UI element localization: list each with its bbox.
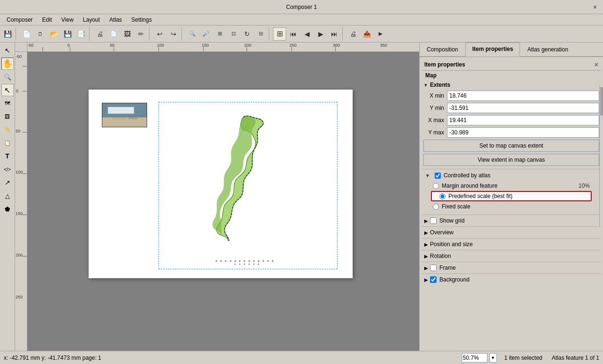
margin-feature-radio[interactable] — [433, 183, 439, 189]
svg-text:+: + — [262, 259, 264, 264]
svg-text:+: + — [248, 259, 250, 264]
menu-atlas[interactable]: Atlas — [105, 16, 127, 24]
select-tool[interactable]: ↖ — [1, 44, 14, 57]
atlas-extra-button[interactable]: ▶ — [374, 27, 387, 41]
toolbar-separator-2 — [89, 27, 92, 41]
scrollbar-thumb[interactable] — [600, 87, 603, 116]
map-svg: + + + + + + ++ ++ ++ ++ ++ ++ — [159, 102, 337, 269]
refresh-button[interactable]: ↻ — [240, 27, 254, 41]
export-pdf-button[interactable]: 📄 — [107, 27, 120, 41]
svg-text:+: + — [215, 259, 217, 264]
scrollbar-track[interactable] — [599, 85, 603, 226]
predefined-scale-radio[interactable] — [439, 193, 446, 199]
zoom-map-button[interactable]: ⊟ — [254, 27, 267, 41]
atlas-next-button[interactable]: ▶ — [314, 27, 327, 41]
show-grid-row[interactable]: ▶ Show grid — [421, 215, 601, 226]
xmin-input[interactable] — [447, 91, 599, 101]
set-extent-button[interactable]: Set to map canvas extent — [423, 140, 599, 152]
background-row[interactable]: ▶ Background — [421, 273, 601, 285]
add-node-tool[interactable]: ⬟ — [1, 203, 14, 215]
atlas-export-button[interactable]: 📤 — [360, 27, 373, 41]
open-button[interactable]: 📂 — [47, 27, 60, 41]
save-button[interactable]: 💾 — [1, 27, 14, 41]
window-title: Composer 1 — [286, 4, 317, 10]
zoom-dropdown-button[interactable]: ▼ — [489, 353, 497, 363]
selected-info: 1 item selected — [504, 355, 543, 361]
add-text-tool[interactable]: T — [1, 150, 14, 162]
statusbar: x: -42.791 mm y: -41.7473 mm page: 1 ▼ 1… — [0, 351, 603, 364]
frame-checkbox[interactable] — [430, 265, 437, 271]
ymax-label: Y max — [423, 129, 447, 136]
menu-edit[interactable]: Edit — [37, 16, 57, 24]
overview-arrow-icon: ▶ — [424, 230, 428, 235]
item-properties-close[interactable]: × — [595, 61, 598, 68]
atlas-print-button[interactable]: 🖨 — [347, 27, 360, 41]
zoom-input[interactable] — [462, 353, 487, 363]
atlas-last-button[interactable]: ⏭ — [328, 27, 341, 41]
ruler-left: -50 0 50 100 150 200 250 — [15, 52, 27, 351]
atlas-first-button[interactable]: ⏮ — [287, 27, 300, 41]
add-shape-tool[interactable]: △ — [1, 190, 14, 202]
zoom-tool[interactable]: 🔍 — [1, 71, 14, 83]
coordinates-display: x: -42.791 mm y: -41.7473 mm page: 1 — [4, 355, 462, 361]
controlled-by-atlas-checkbox[interactable] — [435, 173, 441, 179]
pan-tool[interactable]: ✋ — [1, 58, 14, 70]
menu-layout[interactable]: Layout — [78, 16, 105, 24]
view-extent-button[interactable]: View extent in map canvas — [423, 154, 599, 166]
add-html-tool[interactable]: </> — [1, 163, 14, 175]
add-scalebar-tool[interactable]: 📏 — [1, 124, 14, 136]
zoom-selection-button[interactable]: ⊡ — [227, 27, 240, 41]
zoom-page-button[interactable]: ⊞ — [213, 27, 226, 41]
new-button[interactable]: 📄 — [20, 27, 33, 41]
position-size-row[interactable]: ▶ Position and size — [421, 238, 601, 250]
add-legend-tool[interactable]: 📋 — [1, 137, 14, 149]
rotation-arrow-icon: ▶ — [424, 254, 428, 259]
tab-composition[interactable]: Composition — [420, 42, 465, 56]
zoom-full-button[interactable]: 🔍 — [186, 27, 199, 41]
panel-content[interactable]: Item properties × Map ▼ Extents X min Y … — [420, 57, 603, 351]
item-properties-label: Item properties — [424, 61, 465, 68]
overview-row[interactable]: ▶ Overview — [421, 226, 601, 238]
ymax-input[interactable] — [447, 127, 599, 138]
redo-button[interactable]: ↪ — [167, 27, 180, 41]
close-button[interactable]: × — [591, 3, 599, 11]
tab-atlas-generation[interactable]: Atlas generation — [520, 42, 575, 56]
margin-feature-row: Margin around feature 10% — [425, 182, 597, 190]
show-grid-checkbox[interactable] — [430, 217, 437, 224]
ymin-input[interactable] — [447, 103, 599, 113]
print-button[interactable]: 🖨 — [93, 27, 107, 41]
zoom-width-button[interactable]: 🔎 — [199, 27, 213, 41]
rotation-row[interactable]: ▶ Rotation — [421, 250, 601, 262]
add-map-tool[interactable]: 🗺 — [1, 97, 14, 109]
add-image-tool[interactable]: 🖼 — [1, 110, 14, 123]
xmin-label: X min — [423, 92, 447, 99]
ruler-top: -50 0 50 100 150 200 250 300 350 — [27, 42, 419, 52]
margin-pct: 10% — [578, 182, 590, 189]
export-img-button[interactable]: 🖼 — [121, 27, 134, 41]
map-frame[interactable]: + + + + + + ++ ++ ++ ++ ++ ++ — [158, 102, 338, 269]
xmax-input[interactable] — [447, 115, 599, 125]
menu-view[interactable]: View — [57, 16, 78, 24]
save-file-button[interactable]: 💾 — [61, 27, 74, 41]
menu-settings[interactable]: Settings — [127, 16, 157, 24]
undo-button[interactable]: ↩ — [153, 27, 166, 41]
menu-composer[interactable]: Composer — [2, 16, 37, 24]
tab-item-properties[interactable]: Item properties — [465, 42, 520, 57]
canvas-content[interactable]: + + + + + + ++ ++ ++ ++ ++ ++ — [27, 52, 419, 351]
position-size-label: Position and size — [430, 241, 473, 248]
extents-header[interactable]: ▼ Extents — [421, 80, 601, 90]
extents-label: Extents — [430, 82, 450, 88]
canvas-area[interactable]: -50 0 50 100 150 200 250 300 350 — [15, 42, 419, 351]
add-arrow-tool[interactable]: ↗ — [1, 176, 14, 189]
left-toolbar: ↖ ✋ 🔍 ↖ 🗺 🖼 📏 📋 T </> ↗ △ ⬟ — [0, 42, 15, 351]
export-svg-button[interactable]: ✏ — [134, 27, 148, 41]
select2-tool[interactable]: ↖ — [1, 84, 14, 96]
background-checkbox[interactable] — [430, 276, 437, 283]
fixed-scale-radio[interactable] — [433, 204, 439, 210]
open-templates-button[interactable]: 🗒 — [33, 27, 47, 41]
frame-row[interactable]: ▶ Frame — [421, 262, 601, 273]
save-as-button[interactable]: 📑 — [74, 27, 88, 41]
atlas-prev-button[interactable]: ◀ — [300, 27, 314, 41]
atlas-settings-button[interactable]: ⊞ — [273, 27, 286, 41]
toolbar-separator-1 — [16, 27, 18, 41]
